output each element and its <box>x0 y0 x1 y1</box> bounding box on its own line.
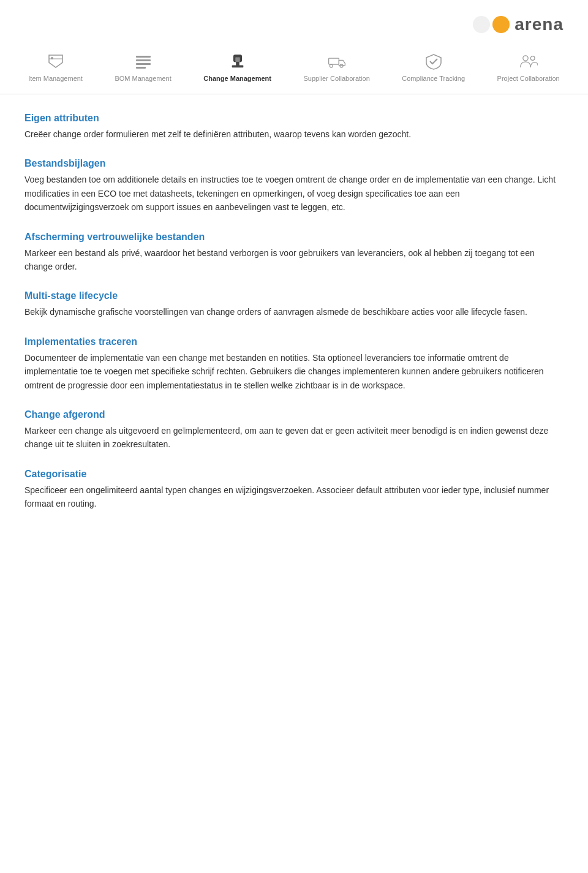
main-navigation: Item Management BOM Management Change Ma… <box>0 43 588 94</box>
section-body-afscherming: Markeer een bestand als privé, waardoor … <box>24 246 564 274</box>
svg-point-11 <box>330 64 333 67</box>
svg-rect-2 <box>136 56 151 58</box>
svg-point-12 <box>340 64 343 67</box>
section-body-bestandsbijlagen: Voeg bestanden toe om additionele detail… <box>24 173 564 214</box>
nav-item-compliance-tracking[interactable]: Compliance Tracking <box>397 49 470 85</box>
svg-rect-4 <box>136 63 151 65</box>
tag-icon <box>45 51 67 71</box>
people-icon <box>518 51 540 71</box>
section-body-multi-stage: Bekijk dynamische grafische voorstelling… <box>24 305 564 319</box>
nav-item-project-collaboration[interactable]: Project Collaboration <box>492 49 565 85</box>
section-title-categorisatie: Categorisatie <box>24 469 564 480</box>
nav-item-bom-management[interactable]: BOM Management <box>110 49 176 85</box>
nav-item-change-management[interactable]: Change Management <box>198 49 276 85</box>
section-implementaties-traceren: Implementaties traceren Documenteer de i… <box>24 336 564 392</box>
truck-icon <box>326 51 348 71</box>
main-content: Eigen attributen Creëer change order for… <box>0 94 588 552</box>
svg-point-14 <box>530 56 535 61</box>
section-title-multi-stage: Multi-stage lifecycle <box>24 290 564 301</box>
nav-label-bom-management: BOM Management <box>115 75 171 82</box>
nav-label-change-management: Change Management <box>203 75 271 82</box>
svg-rect-9 <box>236 62 239 66</box>
section-title-eigen-attributen: Eigen attributen <box>24 113 564 124</box>
logo-icon <box>473 12 510 37</box>
section-body-categorisatie: Specificeer een ongelimiteerd aantal typ… <box>24 483 564 511</box>
section-bestandsbijlagen: Bestandsbijlagen Voeg bestanden toe om a… <box>24 158 564 214</box>
section-title-afscherming: Afscherming vertrouwelijke bestanden <box>24 232 564 243</box>
section-eigen-attributen: Eigen attributen Creëer change order for… <box>24 113 564 141</box>
stamp-icon <box>227 51 249 71</box>
header: arena <box>0 0 588 43</box>
section-body-eigen-attributen: Creëer change order formulieren met zelf… <box>24 127 564 141</box>
logo: arena <box>473 12 564 37</box>
compliance-icon <box>423 51 445 71</box>
logo-text: arena <box>514 15 564 34</box>
nav-label-compliance-tracking: Compliance Tracking <box>402 75 465 82</box>
bom-icon <box>132 51 154 71</box>
nav-label-project-collaboration: Project Collaboration <box>497 75 560 82</box>
section-change-afgerond: Change afgerond Markeer een change als u… <box>24 409 564 452</box>
logo-circle-right <box>492 16 510 33</box>
nav-label-item-management: Item Management <box>28 75 83 82</box>
nav-item-item-management[interactable]: Item Management <box>23 49 88 85</box>
section-multi-stage: Multi-stage lifecycle Bekijk dynamische … <box>24 290 564 319</box>
svg-rect-10 <box>328 58 339 64</box>
section-body-change-afgerond: Markeer een change als uitgevoerd en geï… <box>24 424 564 452</box>
nav-label-supplier-collaboration: Supplier Collaboration <box>304 75 370 82</box>
section-title-implementaties-traceren: Implementaties traceren <box>24 336 564 347</box>
section-body-implementaties-traceren: Documenteer de implementatie van een cha… <box>24 351 564 392</box>
section-afscherming: Afscherming vertrouwelijke bestanden Mar… <box>24 232 564 274</box>
svg-rect-3 <box>136 59 151 61</box>
section-title-bestandsbijlagen: Bestandsbijlagen <box>24 158 564 169</box>
section-title-change-afgerond: Change afgerond <box>24 409 564 420</box>
svg-point-13 <box>522 56 527 61</box>
svg-rect-7 <box>235 57 239 61</box>
svg-rect-5 <box>136 67 146 69</box>
nav-item-supplier-collaboration[interactable]: Supplier Collaboration <box>299 49 375 85</box>
section-categorisatie: Categorisatie Specificeer een ongelimite… <box>24 469 564 511</box>
logo-circle-left <box>473 16 490 33</box>
